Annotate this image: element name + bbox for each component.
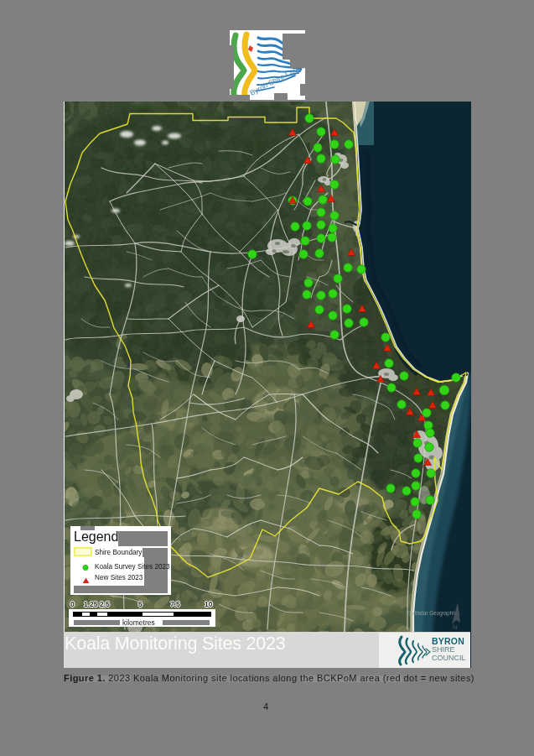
svg-text:BYRON: BYRON bbox=[432, 636, 464, 646]
svg-text:N: N bbox=[453, 623, 458, 631]
svg-text:SHIRE: SHIRE bbox=[432, 645, 455, 654]
svg-text:Earthstar Geographics: Earthstar Geographics bbox=[407, 610, 459, 617]
svg-text:COUNCIL: COUNCIL bbox=[432, 654, 466, 662]
